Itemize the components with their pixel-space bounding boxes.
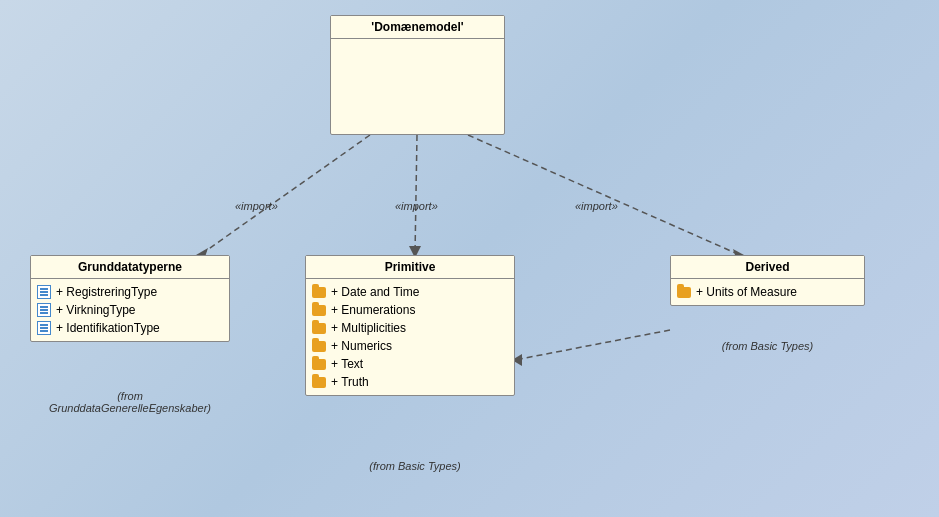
folder-icon-2 bbox=[312, 305, 326, 316]
folder-icon-1 bbox=[312, 287, 326, 298]
primitive-header: Primitive bbox=[306, 256, 514, 279]
list-item: + IdentifikationType bbox=[37, 319, 223, 337]
prim-item-4: + Numerics bbox=[331, 339, 392, 353]
list-item: + Truth bbox=[312, 373, 508, 391]
prim-item-2: + Enumerations bbox=[331, 303, 415, 317]
derived-header: Derived bbox=[671, 256, 864, 279]
grund-item-2: + VirkningType bbox=[56, 303, 136, 317]
folder-icon-3 bbox=[312, 323, 326, 334]
prim-item-6: + Truth bbox=[331, 375, 369, 389]
list-icon-1 bbox=[37, 285, 51, 299]
prim-item-1: + Date and Time bbox=[331, 285, 419, 299]
diagram-container: «import» «import» «import» 'Domænemodel'… bbox=[0, 0, 939, 517]
import-label-center: «import» bbox=[395, 200, 438, 212]
import-label-left: «import» bbox=[235, 200, 278, 212]
grund-body: + RegistreringType + VirkningType + Iden… bbox=[31, 279, 229, 341]
list-icon-3 bbox=[37, 321, 51, 335]
list-item: + Units of Measure bbox=[677, 283, 858, 301]
folder-icon-derived-1 bbox=[677, 287, 691, 298]
primitive-body: + Date and Time + Enumerations + Multipl… bbox=[306, 279, 514, 395]
list-icon-2 bbox=[37, 303, 51, 317]
box-domane: 'Domænemodel' bbox=[330, 15, 505, 135]
derived-item-1: + Units of Measure bbox=[696, 285, 797, 299]
grund-footer: (fromGrunddataGenerelleEgenskaber) bbox=[30, 390, 230, 414]
list-item: + VirkningType bbox=[37, 301, 223, 319]
folder-icon-4 bbox=[312, 341, 326, 352]
domane-body bbox=[331, 39, 504, 119]
prim-item-5: + Text bbox=[331, 357, 363, 371]
grund-item-1: + RegistreringType bbox=[56, 285, 157, 299]
grund-header: Grunddatatyperne bbox=[31, 256, 229, 279]
list-item: + RegistreringType bbox=[37, 283, 223, 301]
prim-item-3: + Multiplicities bbox=[331, 321, 406, 335]
domane-header: 'Domænemodel' bbox=[331, 16, 504, 39]
folder-icon-5 bbox=[312, 359, 326, 370]
list-item: + Date and Time bbox=[312, 283, 508, 301]
import-label-right: «import» bbox=[575, 200, 618, 212]
list-item: + Multiplicities bbox=[312, 319, 508, 337]
box-grunddatatyperne: Grunddatatyperne + RegistreringType + Vi… bbox=[30, 255, 230, 342]
derived-body: + Units of Measure bbox=[671, 279, 864, 305]
grund-item-3: + IdentifikationType bbox=[56, 321, 160, 335]
box-derived: Derived + Units of Measure bbox=[670, 255, 865, 306]
folder-icon-6 bbox=[312, 377, 326, 388]
list-item: + Enumerations bbox=[312, 301, 508, 319]
list-item: + Numerics bbox=[312, 337, 508, 355]
list-item: + Text bbox=[312, 355, 508, 373]
derived-footer: (from Basic Types) bbox=[690, 340, 845, 352]
primitive-footer: (from Basic Types) bbox=[340, 460, 490, 472]
box-primitive: Primitive + Date and Time + Enumerations… bbox=[305, 255, 515, 396]
